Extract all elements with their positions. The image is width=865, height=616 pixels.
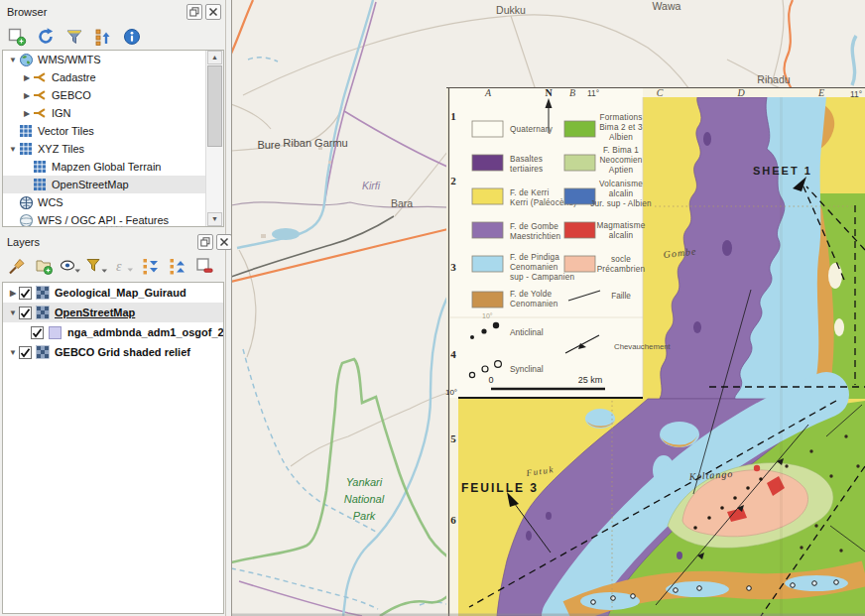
close-panel-button[interactable]: [216, 234, 232, 250]
browser-item-openstreetmap[interactable]: OpenStreetMap: [3, 176, 223, 193]
legend-label: Jur. sup - Albien: [590, 199, 652, 208]
expander-collapsed-icon[interactable]: ▶: [21, 109, 33, 118]
synclinal-circle: [631, 594, 636, 599]
wms-connection-icon: [33, 70, 49, 84]
filter-by-expression-button[interactable]: ε: [111, 254, 136, 278]
scrollbar-thumb[interactable]: [207, 65, 222, 147]
layer-checkbox[interactable]: [19, 307, 34, 319]
manage-map-themes-button[interactable]: [58, 254, 82, 278]
tiles-grid-icon: [33, 178, 49, 191]
layer-row-geological-map[interactable]: ▶ Geological_Map_Guiraud: [3, 283, 223, 303]
browser-panel-title: Browser: [7, 6, 47, 18]
layer-checkbox[interactable]: [19, 346, 34, 359]
add-layer-icon: [7, 27, 27, 47]
dark-patch: [722, 240, 732, 256]
expander-expanded-icon[interactable]: ▼: [7, 56, 19, 64]
place-label-kirfi: Kirfi: [362, 180, 381, 191]
properties-button[interactable]: [119, 25, 144, 49]
float-panel-button[interactable]: [186, 4, 202, 20]
filter-legend-button[interactable]: [84, 254, 109, 278]
layer-row-openstreetmap[interactable]: ▼ OpenStreetMap: [3, 303, 223, 322]
info-icon: [122, 27, 142, 47]
legend-label: Magmatisme: [597, 221, 646, 230]
grid-number-4: 4: [450, 348, 456, 360]
legend-label: Cenomanien: [510, 263, 558, 272]
layer-checkbox[interactable]: [19, 287, 34, 300]
legend-label: alcalin: [609, 189, 634, 198]
browser-item-label: WCS: [35, 196, 63, 208]
lat-top-right-label: 11°: [850, 89, 862, 99]
expand-all-button[interactable]: [138, 254, 163, 278]
browser-item-vector-tiles[interactable]: Vector Tiles: [3, 122, 223, 140]
legend-label: Maestrichtien: [510, 232, 561, 241]
float-panel-button[interactable]: [197, 234, 213, 250]
red-patch: [754, 465, 760, 471]
filter-browser-button[interactable]: [62, 25, 86, 49]
scroll-up-icon[interactable]: ▲: [207, 51, 222, 64]
layer-row-nga-admbnda[interactable]: nga_admbnda_adm1_osgof_2: [3, 322, 223, 342]
expander-expanded-icon[interactable]: ▼: [7, 145, 19, 154]
legend-label: Cenomanien: [510, 300, 558, 308]
dot: [720, 506, 724, 510]
browser-item-gebco[interactable]: ▶ GEBCO: [3, 86, 223, 104]
collapse-all-icon: [168, 256, 187, 276]
scale-distance-label: 25 km: [578, 375, 603, 385]
add-selected-layers-button[interactable]: [4, 25, 29, 49]
add-group-button[interactable]: [31, 254, 56, 278]
remove-layer-button[interactable]: [191, 254, 216, 278]
legend-label-synclinal: Synclinal: [510, 364, 544, 374]
close-panel-button[interactable]: [205, 4, 221, 20]
synclinal-circle: [791, 583, 796, 588]
wms-connection-icon: [33, 88, 49, 102]
dark-patch: [703, 132, 711, 146]
close-icon: [219, 237, 229, 247]
synclinal-circle: [834, 580, 839, 585]
browser-item-ign[interactable]: ▶ IGN: [3, 104, 223, 122]
lat-left-label: 10°: [445, 388, 457, 397]
remove-layer-icon: [194, 256, 214, 276]
browser-item-wcs[interactable]: WCS: [3, 193, 223, 211]
browser-item-cadastre[interactable]: ▶ Cadastre: [3, 68, 223, 86]
browser-item-label: XYZ Tiles: [35, 143, 84, 155]
place-label-riban-garmu: Riban Garmu: [283, 137, 347, 149]
dot: [493, 322, 499, 328]
legend-swatch-quaternary: [472, 121, 503, 137]
float-icon: [189, 7, 199, 17]
layer-checkbox[interactable]: [31, 326, 46, 339]
browser-tree-scrollbar[interactable]: ▲ ▼: [205, 51, 223, 226]
dot: [800, 546, 803, 549]
vector-fill-swatch: [46, 326, 64, 339]
browser-item-xyz-tiles[interactable]: ▼ XYZ Tiles: [3, 140, 223, 158]
legend-label: F. de Kerri: [510, 188, 550, 197]
legend-swatch-bima23: [564, 121, 595, 137]
expander-collapsed-icon[interactable]: ▶: [21, 91, 33, 100]
scale-zero-label: 0: [488, 375, 493, 385]
legend-label: alcalin: [609, 231, 634, 240]
eye-icon: [59, 256, 81, 276]
collapse-all-button[interactable]: [165, 254, 189, 278]
open-layer-styling-button[interactable]: [4, 254, 29, 278]
place-label-wawa: Wawa: [653, 0, 681, 12]
synclinal-circle: [747, 586, 752, 591]
browser-window-buttons: [186, 4, 221, 20]
layer-row-gebco[interactable]: ▼ GEBCO Grid shaded relief: [3, 342, 223, 362]
white-gap: [834, 318, 844, 336]
legend-swatch-pindiga: [472, 256, 503, 272]
legend-swatch-bima1: [564, 155, 595, 171]
browser-item-mapzen[interactable]: Mapzen Global Terrain: [3, 158, 223, 176]
expander-collapsed-icon[interactable]: ▶: [21, 73, 33, 82]
legend-label: Basaltes: [510, 155, 543, 164]
collapse-tree-icon: [93, 27, 113, 47]
grid-number-1: 1: [450, 110, 456, 122]
collapse-all-button[interactable]: [90, 25, 115, 49]
refresh-button[interactable]: [33, 25, 58, 49]
browser-item-label: GEBCO: [49, 89, 91, 101]
expander-expanded-icon[interactable]: ▼: [7, 348, 19, 357]
float-icon: [200, 237, 210, 247]
expander-expanded-icon[interactable]: ▼: [7, 308, 19, 317]
expander-collapsed-icon[interactable]: ▶: [7, 289, 19, 298]
raster-layer-icon: [34, 306, 52, 319]
dark-patch: [677, 552, 682, 559]
browser-item-wms-wmts[interactable]: ▼ WMS/WMTS: [3, 51, 223, 68]
map-canvas[interactable]: Dukku Wawa Rihadu Bure Riban Garmu Bara …: [231, 0, 865, 616]
